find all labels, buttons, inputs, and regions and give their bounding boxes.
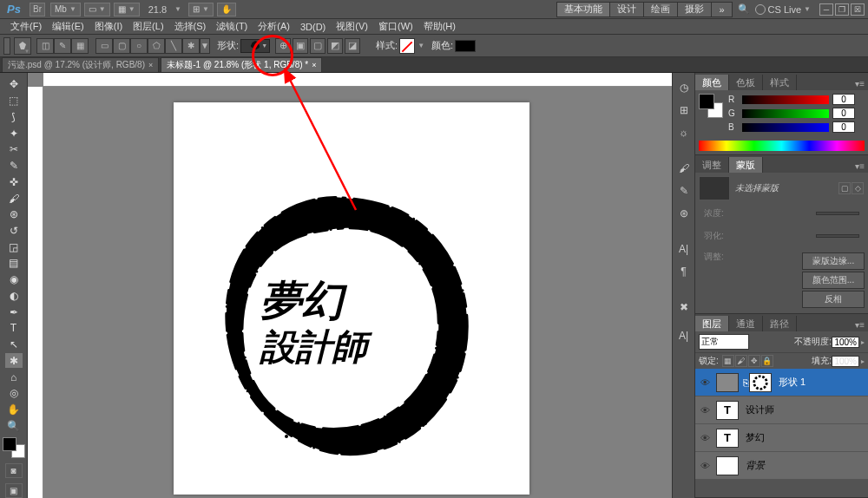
menu-layer[interactable]: 图层(L) bbox=[128, 19, 168, 34]
doc-tab-1[interactable]: 污迹.psd @ 17.2% (设计师, RGB/8) × bbox=[2, 57, 159, 72]
move-tool-icon[interactable]: ✥ bbox=[5, 77, 23, 92]
hand-tool-button[interactable]: ✋ bbox=[217, 3, 236, 16]
g-value[interactable]: 0 bbox=[832, 108, 855, 119]
type-layer-thumbnail[interactable]: T bbox=[716, 401, 739, 420]
horizontal-ruler[interactable] bbox=[43, 73, 672, 87]
brush-tool-icon[interactable]: 🖌 bbox=[5, 191, 23, 206]
menu-edit[interactable]: 编辑(E) bbox=[47, 19, 89, 34]
background-thumbnail[interactable] bbox=[716, 456, 739, 475]
mask-thumbnail[interactable] bbox=[699, 176, 730, 200]
shape-fill-thumbnail[interactable] bbox=[716, 373, 739, 392]
foreground-background-colors[interactable] bbox=[3, 437, 25, 458]
vertical-ruler[interactable] bbox=[28, 87, 43, 498]
tab-swatches[interactable]: 色板 bbox=[729, 75, 763, 90]
lock-position-icon[interactable]: ✥ bbox=[748, 355, 760, 367]
exclude-shape-icon[interactable]: ◪ bbox=[345, 38, 360, 54]
shape-dropdown-icon[interactable]: ▼ bbox=[200, 38, 210, 54]
paragraph-panel-icon[interactable]: ¶ bbox=[675, 263, 693, 280]
lock-pixels-icon[interactable]: 🖌 bbox=[735, 355, 747, 367]
crop-tool-icon[interactable]: ✂ bbox=[5, 142, 23, 157]
layer-name-dream[interactable]: 梦幻 bbox=[746, 431, 765, 444]
new-layer-icon[interactable]: ⊕ bbox=[275, 38, 291, 54]
workspace-photo[interactable]: 摄影 bbox=[677, 2, 712, 17]
layer-name-background[interactable]: 背景 bbox=[746, 459, 765, 472]
canvas-area[interactable]: 夢幻 設計師 bbox=[28, 73, 672, 498]
quick-select-tool-icon[interactable]: ✦ bbox=[5, 126, 23, 141]
foreground-color-swatch[interactable] bbox=[3, 437, 16, 451]
color-spectrum-ramp[interactable] bbox=[699, 141, 865, 151]
shape-layers-mode[interactable]: ◫ bbox=[36, 38, 54, 54]
g-slider[interactable] bbox=[742, 109, 829, 118]
screen-mode-button[interactable]: ▭▼ bbox=[84, 3, 110, 16]
libraries-panel-icon[interactable]: ☼ bbox=[675, 124, 693, 141]
color-range-button[interactable]: 颜色范围... bbox=[802, 272, 865, 289]
panel-fg-bg-colors[interactable] bbox=[699, 94, 723, 118]
add-vector-mask-icon[interactable]: ◇ bbox=[852, 182, 864, 194]
paths-mode[interactable]: ✎ bbox=[54, 38, 71, 54]
blur-tool-icon[interactable]: ◉ bbox=[5, 272, 23, 287]
workspace-design[interactable]: 设计 bbox=[609, 2, 644, 17]
3d-tool-icon[interactable]: ⌂ bbox=[5, 370, 23, 384]
workspace-more[interactable]: » bbox=[711, 2, 732, 17]
arrange-documents-button[interactable]: ▦▼ bbox=[114, 3, 140, 16]
r-slider[interactable] bbox=[742, 95, 829, 104]
screen-mode-icon[interactable]: ▣ bbox=[5, 483, 23, 498]
ellipse-shape-icon[interactable]: ○ bbox=[130, 38, 148, 54]
polygon-shape-icon[interactable]: ⬠ bbox=[148, 38, 165, 54]
blend-mode-select[interactable]: 正常 bbox=[699, 334, 749, 350]
menu-help[interactable]: 帮助(H) bbox=[418, 19, 461, 34]
menu-filter[interactable]: 滤镜(T) bbox=[211, 19, 253, 34]
doc-tab-2-close[interactable]: × bbox=[312, 61, 316, 69]
r-value[interactable]: 0 bbox=[832, 94, 855, 105]
visibility-eye-icon[interactable]: 👁 bbox=[699, 377, 711, 389]
type-tool-icon[interactable]: T bbox=[5, 321, 23, 336]
layer-row-designer[interactable]: 👁 T 设计师 bbox=[695, 396, 868, 424]
marquee-tool-icon[interactable]: ⬚ bbox=[5, 94, 23, 108]
add-shape-icon[interactable]: ▣ bbox=[293, 38, 308, 54]
visibility-eye-icon[interactable]: 👁 bbox=[699, 432, 711, 444]
opacity-input[interactable]: 100% bbox=[832, 337, 859, 348]
eyedropper-tool-icon[interactable]: ✎ bbox=[5, 159, 23, 174]
menu-view[interactable]: 视图(V) bbox=[331, 19, 373, 34]
brush-panel-icon[interactable]: 🖌 bbox=[675, 160, 693, 177]
lasso-tool-icon[interactable]: ⟆ bbox=[5, 109, 23, 124]
layers-panel-menu-icon[interactable]: ▾≡ bbox=[852, 318, 868, 331]
tool-preset-picker[interactable] bbox=[14, 37, 31, 55]
doc-tab-1-close[interactable]: × bbox=[148, 61, 153, 69]
layer-row-dream[interactable]: 👁 T 梦幻 bbox=[695, 424, 868, 452]
custom-shape-icon[interactable]: ✱ bbox=[182, 38, 200, 54]
tab-adjustments[interactable]: 调整 bbox=[695, 157, 729, 173]
fill-scrubby[interactable]: ▸ bbox=[861, 357, 865, 365]
doc-tab-2[interactable]: 未标题-1 @ 21.8% (形状 1, RGB/8) * × bbox=[161, 57, 322, 72]
fill-input[interactable]: 100% bbox=[832, 356, 859, 367]
artboard[interactable]: 夢幻 設計師 bbox=[174, 102, 529, 495]
lock-all-icon[interactable]: 🔒 bbox=[761, 355, 773, 367]
close-button[interactable]: ☒ bbox=[851, 3, 865, 16]
intersect-shape-icon[interactable]: ◩ bbox=[327, 38, 343, 54]
brush-presets-panel-icon[interactable]: ✎ bbox=[675, 182, 693, 200]
hand-tool-icon[interactable]: ✋ bbox=[5, 403, 23, 417]
zoom-level[interactable]: 21.8 bbox=[148, 4, 167, 15]
add-pixel-mask-icon[interactable]: ▢ bbox=[838, 182, 851, 194]
fill-color-swatch[interactable] bbox=[455, 40, 476, 52]
tab-layers[interactable]: 图层 bbox=[695, 316, 729, 331]
mb-button[interactable]: Mb▼ bbox=[50, 3, 81, 16]
lock-transparency-icon[interactable]: ▦ bbox=[722, 355, 734, 367]
subtract-shape-icon[interactable]: ▢ bbox=[310, 38, 326, 54]
invert-button[interactable]: 反相 bbox=[802, 291, 865, 308]
tab-color[interactable]: 颜色 bbox=[695, 75, 729, 90]
fill-pixels-mode[interactable]: ▦ bbox=[71, 38, 89, 54]
navigator-panel-icon[interactable]: ⊞ bbox=[675, 102, 693, 119]
healing-tool-icon[interactable]: ✜ bbox=[5, 174, 23, 189]
style-dropdown[interactable]: ▼ bbox=[418, 42, 424, 49]
cs-live-button[interactable]: CS Live ▼ bbox=[755, 4, 811, 15]
history-panel-icon[interactable]: ◷ bbox=[675, 79, 693, 96]
visibility-eye-icon[interactable]: 👁 bbox=[699, 404, 711, 416]
layer-name-shape[interactable]: 形状 1 bbox=[779, 376, 806, 389]
b-slider[interactable] bbox=[742, 123, 829, 132]
tab-styles[interactable]: 样式 bbox=[763, 75, 797, 90]
layer-name-designer[interactable]: 设计师 bbox=[746, 403, 774, 416]
style-swatch[interactable] bbox=[399, 38, 415, 54]
menu-analysis[interactable]: 分析(A) bbox=[253, 19, 295, 34]
color-panel-menu-icon[interactable]: ▾≡ bbox=[852, 77, 868, 90]
